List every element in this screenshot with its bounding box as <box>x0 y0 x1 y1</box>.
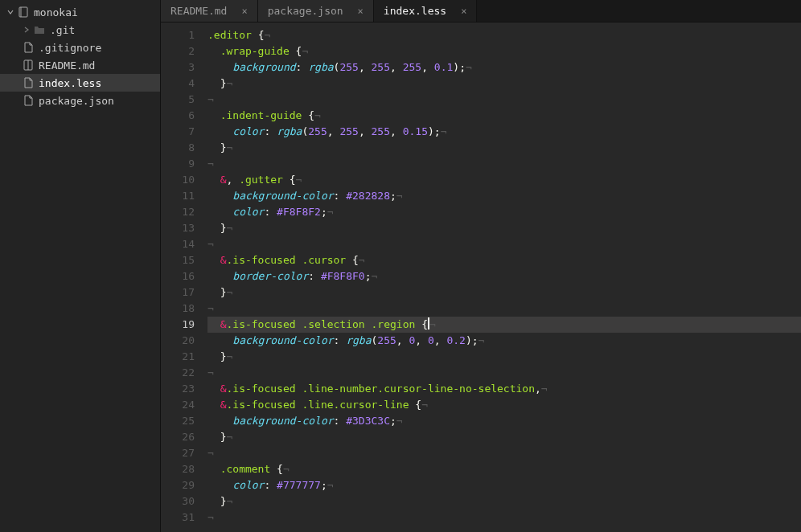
line-number[interactable]: 4 <box>161 76 195 92</box>
code-line[interactable]: color: #777777;¬ <box>207 477 801 493</box>
editor[interactable]: 1234567891011121314151617181920212223242… <box>161 23 801 532</box>
line-number[interactable]: 1 <box>161 27 195 43</box>
line-number[interactable]: 31 <box>161 509 195 526</box>
code-line[interactable]: }¬ <box>207 349 801 365</box>
line-number[interactable]: 22 <box>161 365 195 381</box>
line-number[interactable]: 15 <box>161 252 195 268</box>
code-line[interactable]: color: rgba(255, 255, 255, 0.15);¬ <box>207 124 801 140</box>
line-number[interactable]: 13 <box>161 220 195 236</box>
code-line[interactable]: ¬ <box>207 92 801 108</box>
tree-item-READMEmd[interactable]: README.md <box>0 56 160 74</box>
token-punc: , <box>327 125 340 137</box>
token-sel: .editor <box>207 29 252 41</box>
code-line[interactable]: &.is-focused .cursor {¬ <box>207 252 801 268</box>
token-punc: : <box>334 190 347 202</box>
code-line[interactable]: }¬ <box>207 284 801 301</box>
code-line[interactable]: .comment {¬ <box>207 461 801 477</box>
token-plain <box>207 286 220 298</box>
close-icon[interactable]: × <box>461 6 466 17</box>
code-line[interactable]: color: #F8F8F2;¬ <box>207 204 801 220</box>
code-line[interactable]: border-color: #F8F8F0;¬ <box>207 268 801 284</box>
line-number[interactable]: 16 <box>161 268 195 284</box>
code-line[interactable]: ¬ <box>207 236 801 252</box>
token-num: 0.1 <box>434 61 453 73</box>
token-punc: ; <box>365 270 372 282</box>
code-line[interactable]: background-color: #3D3C3C;¬ <box>207 413 801 429</box>
line-number[interactable]: 28 <box>161 461 195 477</box>
code-line[interactable]: }¬ <box>207 429 801 445</box>
token-punc: { <box>415 399 421 411</box>
line-number[interactable]: 25 <box>161 413 195 429</box>
tree-item-gitignore[interactable]: .gitignore <box>0 39 160 56</box>
line-number[interactable]: 21 <box>161 349 195 365</box>
line-number[interactable]: 10 <box>161 172 195 188</box>
code-line[interactable]: }¬ <box>207 220 801 236</box>
tree-item-git[interactable]: .git <box>0 21 160 39</box>
line-number[interactable]: 29 <box>161 477 195 493</box>
code-line[interactable]: background: rgba(255, 255, 255, 0.1);¬ <box>207 59 801 76</box>
file-icon <box>23 59 34 71</box>
line-number[interactable]: 27 <box>161 445 195 461</box>
code-line[interactable]: }¬ <box>207 76 801 92</box>
tree-item-packagejson[interactable]: package.json <box>0 92 160 109</box>
token-plain <box>207 141 220 153</box>
token-punc: : <box>296 61 309 73</box>
close-icon[interactable]: × <box>358 6 364 17</box>
code-line[interactable]: ¬ <box>207 156 801 172</box>
token-invis: ¬ <box>396 190 403 202</box>
code-line[interactable]: ¬ <box>207 509 801 526</box>
token-punc: ; <box>390 415 396 427</box>
line-number[interactable]: 23 <box>161 381 195 397</box>
code-line[interactable]: ¬ <box>207 301 801 317</box>
tab-packagejson[interactable]: package.json× <box>258 0 374 22</box>
token-punc: , <box>434 334 447 346</box>
line-number[interactable]: 26 <box>161 429 195 445</box>
code-line[interactable]: &.is-focused .line.cursor-line {¬ <box>207 397 801 413</box>
file-icon <box>23 42 34 53</box>
code-line[interactable]: &, .gutter {¬ <box>207 172 801 188</box>
token-invis: ¬ <box>207 238 214 250</box>
line-number[interactable]: 6 <box>161 108 195 124</box>
line-number[interactable]: 9 <box>161 156 195 172</box>
token-hex: #F8F8F0 <box>321 270 365 282</box>
code-line[interactable]: }¬ <box>207 140 801 156</box>
tab-indexless[interactable]: index.less× <box>374 0 478 22</box>
token-punc: ; <box>472 334 479 346</box>
code-area[interactable]: .editor {¬ .wrap-guide {¬ background: rg… <box>203 23 801 532</box>
line-number[interactable]: 17 <box>161 284 195 301</box>
code-line[interactable]: background-color: #282828;¬ <box>207 188 801 204</box>
token-invis: ¬ <box>226 286 232 298</box>
code-line[interactable]: ¬ <box>207 365 801 381</box>
code-line[interactable]: background-color: rgba(255, 0, 0, 0.2);¬ <box>207 333 801 349</box>
line-number[interactable]: 24 <box>161 397 195 413</box>
line-number[interactable]: 3 <box>161 59 195 76</box>
tree-item-indexless[interactable]: index.less <box>0 74 160 92</box>
token-invis: ¬ <box>396 415 403 427</box>
line-number[interactable]: 19 <box>161 317 195 333</box>
code-line[interactable]: ¬ <box>207 445 801 461</box>
token-invis: ¬ <box>226 141 232 153</box>
line-number[interactable]: 11 <box>161 188 195 204</box>
token-invis: ¬ <box>283 463 290 475</box>
line-number[interactable]: 5 <box>161 92 195 108</box>
code-line[interactable]: &.is-focused .selection .region {¬ <box>207 317 801 333</box>
token-prop: rgba <box>277 125 302 137</box>
line-number[interactable]: 14 <box>161 236 195 252</box>
code-line[interactable]: .editor {¬ <box>207 27 801 43</box>
token-plain <box>207 318 220 330</box>
tab-READMEmd[interactable]: README.md× <box>161 0 258 22</box>
line-number[interactable]: 2 <box>161 43 195 59</box>
line-number[interactable]: 18 <box>161 301 195 317</box>
code-line[interactable]: }¬ <box>207 493 801 509</box>
line-number[interactable]: 20 <box>161 333 195 349</box>
code-line[interactable]: .indent-guide {¬ <box>207 108 801 124</box>
line-number[interactable]: 8 <box>161 140 195 156</box>
code-line[interactable]: &.is-focused .line-number.cursor-line-no… <box>207 381 801 397</box>
line-number[interactable]: 7 <box>161 124 195 140</box>
code-line[interactable]: .wrap-guide {¬ <box>207 43 801 59</box>
token-invis: ¬ <box>479 334 485 346</box>
line-number[interactable]: 30 <box>161 493 195 509</box>
close-icon[interactable]: × <box>241 6 247 17</box>
line-number[interactable]: 12 <box>161 204 195 220</box>
tree-root[interactable]: monokai <box>0 3 160 21</box>
